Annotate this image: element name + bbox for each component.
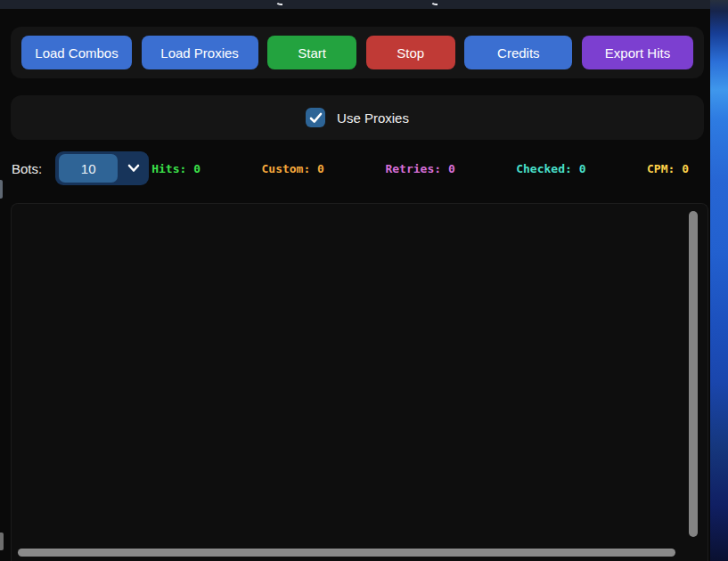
stat-hits-value: 0 [193, 162, 200, 175]
stat-checked-value: 0 [579, 162, 586, 175]
background-window-sliver [0, 533, 4, 550]
stats-row: Bots: 10 Hits: 0 Custom: 0 Retries: 0 Ch… [0, 145, 710, 191]
stop-button[interactable]: Stop [366, 36, 455, 69]
stat-cpm-value: 0 [682, 162, 689, 175]
use-proxies-checkbox[interactable] [306, 108, 325, 127]
export-hits-button[interactable]: Export Hits [582, 36, 693, 69]
window-titlebar[interactable] [0, 0, 710, 9]
load-proxies-button[interactable]: Load Proxies [142, 36, 258, 69]
stat-retries: Retries: 0 [385, 162, 454, 175]
chevron-down-icon [127, 162, 141, 175]
titlebar-text-clipped [430, 0, 438, 5]
log-output[interactable] [11, 203, 708, 561]
start-button[interactable]: Start [267, 36, 356, 69]
stat-checked: Checked: 0 [516, 162, 585, 175]
titlebar-text-clipped [275, 0, 282, 5]
stat-custom: Custom: 0 [261, 162, 323, 175]
stats-group: Hits: 0 Custom: 0 Retries: 0 Checked: 0 … [151, 162, 689, 175]
vertical-scrollbar-thumb[interactable] [689, 211, 698, 537]
use-proxies-label: Use Proxies [337, 110, 409, 126]
bots-select-value: 10 [59, 154, 118, 183]
stat-retries-value: 0 [448, 162, 455, 175]
check-icon [309, 112, 323, 124]
credits-button[interactable]: Credits [464, 36, 572, 69]
load-combos-button[interactable]: Load Combos [21, 36, 132, 69]
background-window-sliver [0, 180, 3, 199]
bots-select[interactable]: 10 [55, 151, 149, 185]
toolbar-panel: Load Combos Load Proxies Start Stop Cred… [11, 27, 704, 78]
stat-cpm: CPM: 0 [647, 162, 689, 175]
desktop-wallpaper [710, 0, 728, 561]
stat-hits: Hits: 0 [151, 162, 200, 175]
screen: Load Combos Load Proxies Start Stop Cred… [0, 0, 728, 561]
use-proxies-panel: Use Proxies [11, 95, 704, 140]
horizontal-scrollbar-thumb[interactable] [18, 549, 675, 557]
bots-label: Bots: [12, 161, 42, 176]
stat-custom-value: 0 [317, 162, 324, 175]
